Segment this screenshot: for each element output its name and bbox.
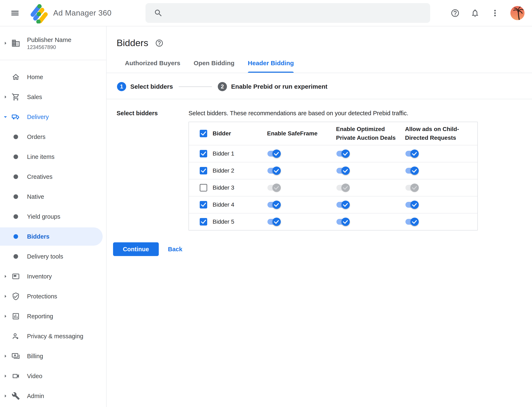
toggle-thumb [273, 218, 281, 226]
hamburger-menu-button[interactable] [10, 8, 20, 18]
search-input[interactable] [169, 7, 424, 20]
sidebar-item-delivery[interactable]: Delivery [0, 107, 106, 127]
sidebar-item-protections[interactable]: Protections [0, 286, 106, 306]
notifications-button[interactable] [470, 8, 480, 18]
sidebar-item-sales[interactable]: Sales [0, 87, 106, 107]
bullet-icon [14, 134, 18, 139]
publisher-name: Publisher Name [27, 36, 71, 44]
back-button[interactable]: Back [168, 242, 182, 256]
ad-manager-logo [29, 3, 49, 23]
chevron-right-icon [2, 373, 9, 380]
sidebar-item-billing[interactable]: Billing [0, 346, 106, 366]
app-title: Ad Manager 360 [53, 9, 112, 17]
sidebar-item-reporting[interactable]: Reporting [0, 306, 106, 326]
tab-header-bidding[interactable]: Header Bidding [248, 53, 294, 73]
sidebar-item-label: Orders [27, 133, 46, 140]
safeframe-toggle[interactable] [267, 166, 281, 175]
sidebar-item-home[interactable]: Home [0, 67, 106, 87]
sidebar-item-bidders[interactable]: Bidders [0, 227, 106, 246]
optimized-deals-toggle[interactable] [337, 149, 350, 158]
ad-unit-icon [12, 272, 20, 281]
sidebar-item-label: Inventory [27, 273, 52, 280]
tab-open-bidding[interactable]: Open Bidding [194, 53, 235, 73]
safeframe-toggle[interactable] [267, 201, 281, 209]
sidebar-item-privacy-messaging[interactable]: Privacy & messaging [0, 326, 106, 346]
safeframe-toggle[interactable] [267, 184, 281, 192]
toggle-thumb [273, 184, 281, 192]
sidebar-item-admin[interactable]: Admin [0, 386, 106, 406]
wrench-icon [12, 392, 20, 400]
palm-tree-photo [510, 6, 524, 20]
sidebar-item-line-items[interactable]: Line items [0, 147, 106, 167]
sidebar-item-label: Bidders [27, 233, 49, 240]
help-icon [451, 8, 460, 18]
child-directed-toggle[interactable] [405, 201, 419, 209]
table-row: Bidder 3 [189, 179, 477, 196]
safeframe-toggle[interactable] [267, 218, 281, 226]
top-app-bar: Ad Manager 360 [0, 0, 532, 26]
help-icon[interactable] [155, 39, 163, 47]
table-row: Bidder 1 [189, 145, 477, 162]
chevron-right-icon [2, 392, 9, 399]
continue-button[interactable]: Continue [113, 242, 159, 256]
sidebar-item-video[interactable]: Video [0, 366, 106, 386]
child-directed-toggle[interactable] [405, 184, 419, 192]
row-checkbox[interactable] [200, 150, 207, 157]
sidebar-item-yield-groups[interactable]: Yield groups [0, 207, 106, 227]
avatar[interactable] [510, 6, 524, 20]
person-badge-icon [12, 332, 20, 340]
optimized-deals-toggle[interactable] [337, 201, 350, 209]
publisher-account-selector[interactable]: Publisher Name 1234567890 [0, 26, 106, 60]
sidebar-item-label: Delivery tools [27, 253, 63, 260]
toggle-thumb [341, 166, 350, 175]
chevron-right-icon [2, 40, 9, 47]
sidebar-item-label: Admin [27, 393, 44, 399]
stepper: 1 Select bidders 2 Enable Prebid or run … [117, 79, 328, 94]
toggle-thumb [341, 218, 350, 226]
optimized-deals-toggle[interactable] [337, 166, 350, 175]
money-bill-icon [12, 352, 20, 360]
sidebar-item-inventory[interactable]: Inventory [0, 266, 106, 286]
sidebar-item-label: Reporting [27, 313, 53, 320]
search-bar[interactable] [145, 3, 430, 23]
sidebar-item-creatives[interactable]: Creatives [0, 167, 106, 187]
optimized-deals-toggle[interactable] [337, 184, 350, 192]
safeframe-toggle[interactable] [267, 149, 281, 158]
toggle-thumb [341, 184, 350, 192]
child-directed-toggle[interactable] [405, 218, 419, 226]
step-2-label: Enable Prebid or run experiment [231, 83, 327, 90]
sidebar-item-label: Protections [27, 293, 57, 300]
toggle-thumb [411, 218, 419, 226]
menu-icon [10, 8, 20, 18]
toggle-thumb [273, 166, 281, 175]
video-camera-icon [12, 372, 20, 380]
row-checkbox[interactable] [200, 218, 207, 226]
select-all-checkbox[interactable] [200, 130, 207, 137]
child-directed-toggle[interactable] [405, 149, 419, 158]
row-checkbox[interactable] [200, 184, 207, 191]
bidder-name: Bidder 4 [213, 196, 234, 213]
sidebar-item-native[interactable]: Native [0, 187, 106, 207]
toggle-thumb [411, 201, 419, 209]
sidebar-navigation: Publisher Name 1234567890 Home Sales Del… [0, 26, 107, 407]
child-directed-toggle[interactable] [405, 166, 419, 175]
optimized-deals-toggle[interactable] [337, 218, 350, 226]
step-2-circle: 2 [218, 82, 227, 91]
step-1-circle: 1 [117, 82, 126, 91]
row-checkbox[interactable] [200, 201, 207, 209]
sidebar-item-label: Video [27, 373, 42, 380]
toggle-thumb [273, 149, 281, 158]
tab-authorized-buyers[interactable]: Authorized Buyers [125, 53, 180, 73]
column-header-optimized-deals: Enable Optimized Private Auction Deals [336, 125, 400, 142]
sidebar-item-delivery-tools[interactable]: Delivery tools [0, 246, 106, 266]
step-connector [179, 86, 212, 87]
chevron-down-icon [2, 113, 9, 120]
help-button[interactable] [451, 8, 460, 18]
sidebar-item-orders[interactable]: Orders [0, 127, 106, 147]
tab-divider [107, 73, 532, 73]
section-description: Select bidders. These recommendations ar… [188, 110, 408, 117]
section-divider [107, 99, 532, 99]
overflow-menu-button[interactable] [491, 8, 500, 18]
bullet-icon [14, 155, 18, 159]
row-checkbox[interactable] [200, 167, 207, 174]
